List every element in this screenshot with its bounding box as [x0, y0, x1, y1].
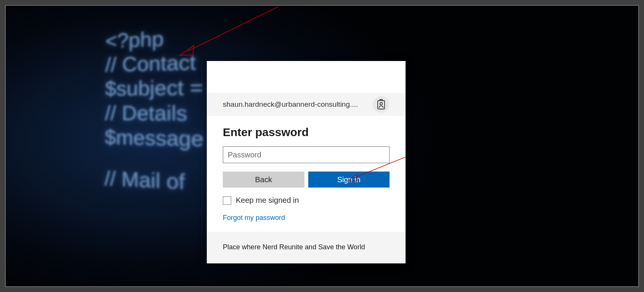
background-code: <?php // Contact $subject = // Details $…	[104, 24, 204, 196]
bg-code-line: // Contact	[105, 50, 204, 77]
forgot-password-link[interactable]: Forgot my password	[223, 214, 285, 222]
keep-signed-in-label: Keep me signed in	[236, 196, 299, 205]
bg-code-line: $subject =	[105, 75, 203, 101]
keep-signed-in-row[interactable]: Keep me signed in	[223, 196, 390, 205]
signin-button[interactable]: Sign in	[308, 172, 390, 188]
button-row: Back Sign in	[223, 172, 390, 188]
bg-code-line: <?php	[105, 24, 203, 53]
bg-code-line: // Details	[105, 100, 204, 126]
bg-code-line: $message	[105, 125, 204, 152]
card-logo-area	[207, 61, 406, 93]
app-frame: <?php // Contact $subject = // Details $…	[5, 5, 639, 287]
enter-password-heading: Enter password	[223, 126, 390, 139]
bg-code-line: // Mail of	[104, 166, 204, 196]
back-button[interactable]: Back	[223, 172, 304, 188]
svg-point-3	[380, 103, 382, 105]
tenant-branding-text: Place where Nerd Reunite and Save the Wo…	[207, 232, 406, 263]
password-input[interactable]	[223, 146, 390, 163]
identity-row: shaun.hardneck@urbannerd-consulting....	[207, 93, 406, 116]
identity-email: shaun.hardneck@urbannerd-consulting....	[223, 100, 373, 109]
login-card: shaun.hardneck@urbannerd-consulting.... …	[207, 61, 406, 263]
badge-person-icon	[373, 96, 390, 113]
card-body: Enter password Back Sign in Keep me sign…	[207, 116, 406, 232]
keep-signed-in-checkbox[interactable]	[223, 196, 231, 205]
